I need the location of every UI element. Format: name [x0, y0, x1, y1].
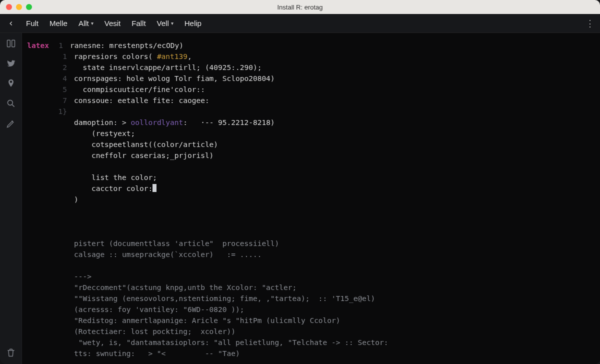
pen-icon[interactable]	[6, 118, 16, 129]
line-number: 5	[22, 84, 74, 95]
chevron-down-icon: ▾	[171, 20, 174, 26]
minimize-window-button[interactable]	[16, 4, 22, 10]
code-line: cacctor color:	[22, 183, 600, 194]
code-line: "wety, is, "dantamatasioplors: "all peli…	[22, 337, 600, 348]
code-line: cneffolr caserias;_prjorisl)	[22, 150, 600, 161]
menu-label: Fult	[26, 19, 38, 28]
code-text: ranesne: mrestenpts/ecODy)	[70, 40, 600, 51]
code-line	[22, 161, 600, 172]
code-text: cacctor color:	[74, 183, 600, 194]
window-title: Install R: erotag	[0, 4, 600, 11]
code-line: )	[22, 194, 600, 205]
menu-vell[interactable]: Vell▾	[155, 18, 176, 28]
code-line: 1rapresiors colors( #ant139,	[22, 51, 600, 62]
zoom-window-button[interactable]	[26, 4, 32, 10]
code-text: ""Wisstang (enesovolors,nstentioming; fi…	[74, 293, 600, 304]
code-text: calsage :: umseprackge(`xccoler) := ....…	[74, 249, 600, 260]
code-text: tts: swnuting: > "< -- "Tae)	[74, 348, 600, 359]
code-line: (Rotectiaer: lost pockting; xcoler))	[22, 326, 600, 337]
menu-label: Vell	[157, 19, 169, 28]
code-text: list the color;	[74, 172, 600, 183]
code-text: (restyext;	[74, 128, 600, 139]
pin-icon[interactable]	[6, 78, 16, 89]
line-number: 1	[56, 40, 70, 51]
svg-rect-1	[12, 40, 14, 46]
code-line: ""Wisstang (enesovolors,nstentioming; fi…	[22, 293, 600, 304]
code-line: pistert (documenttlass 'article" process…	[22, 238, 600, 249]
code-line: "rDeccoment"(acstung knpg,untb the Xcolo…	[22, 282, 600, 293]
code-text: cneffolr caserias;_prjorisl)	[74, 150, 600, 161]
code-text: conssoue: eetalle fite: caogee:	[74, 95, 600, 106]
code-text: conmpiscuuticer/fine'color::	[74, 84, 600, 95]
code-line: (acresss: foy 'vantiley: "6WD--0820 ));	[22, 304, 600, 315]
menu-melle[interactable]: Melle	[48, 18, 70, 28]
line-number: 2	[22, 62, 74, 73]
code-text: cotspeetlanst((color/article)	[74, 139, 600, 150]
code-line: latex 1 ranesne: mrestenpts/ecODy)	[22, 40, 600, 51]
blank-line	[22, 227, 600, 238]
code-text: --->	[74, 271, 600, 282]
code-text: pistert (documenttlass 'article" process…	[74, 238, 600, 249]
body: latex 1 ranesne: mrestenpts/ecODy) 1rapr…	[0, 33, 600, 364]
code-text: state inservlcappe/artirll; (40925:.290)…	[74, 62, 600, 73]
code-line: 5 conmpiscuuticer/fine'color::	[22, 84, 600, 95]
code-text: (Rotectiaer: lost pockting; xcoler))	[74, 326, 600, 337]
code-line: "Redistog: anmertlapanige: Aricle "s "hi…	[22, 315, 600, 326]
code-line: tts: swnuting: > "< -- "Tae)	[22, 348, 600, 359]
code-line: cotspeetlanst((color/article)	[22, 139, 600, 150]
code-text: "rDeccoment"(acstung knpg,untb the Xcolo…	[74, 282, 600, 293]
svg-rect-0	[7, 40, 10, 46]
menu-label: Helip	[184, 19, 202, 28]
code-editor[interactable]: latex 1 ranesne: mrestenpts/ecODy) 1rapr…	[22, 33, 600, 364]
language-label: latex	[27, 42, 49, 50]
line-number: 7	[22, 95, 74, 106]
code-line: damoption: > oollordlyant: ·-- 95.2212-8…	[22, 117, 600, 128]
twitter-icon[interactable]	[6, 58, 16, 69]
code-text	[74, 106, 600, 117]
svg-line-3	[12, 104, 14, 107]
menu-label: Vesit	[104, 19, 121, 28]
code-line: 1}	[22, 106, 600, 117]
code-line: 4cornspages: hole wolog Tolr fiam, Sclop…	[22, 73, 600, 84]
text-cursor	[152, 184, 156, 192]
blank-line	[22, 205, 600, 216]
columns-icon[interactable]	[6, 38, 16, 49]
menu-label: Allt	[78, 19, 89, 28]
code-line: (restyext;	[22, 128, 600, 139]
line-number: 4	[22, 73, 74, 84]
activity-rail	[0, 33, 22, 364]
blank-line	[22, 359, 600, 364]
search-icon[interactable]	[6, 98, 16, 109]
code-text: "wety, is, "dantamatasioplors: "all peli…	[74, 337, 600, 348]
titlebar: Install R: erotag	[0, 0, 600, 14]
svg-point-2	[8, 100, 12, 105]
code-text: )	[74, 194, 600, 205]
menu-label: Fallt	[132, 19, 146, 28]
traffic-lights	[0, 4, 32, 10]
menu-fallt[interactable]: Fallt	[130, 18, 148, 28]
back-button[interactable]	[5, 18, 17, 30]
code-line: list the color;	[22, 172, 600, 183]
trash-icon[interactable]	[6, 347, 16, 358]
blank-line	[22, 216, 600, 227]
menu-fult[interactable]: Fult	[24, 18, 40, 28]
menu-allt[interactable]: Allt▾	[76, 18, 96, 28]
menubar: Fult Melle Allt▾ Vesit Fallt Vell▾ Helip…	[0, 14, 600, 33]
close-window-button[interactable]	[6, 4, 12, 10]
menu-helip[interactable]: Helip	[182, 18, 204, 28]
blank-line	[22, 260, 600, 271]
code-text: cornspages: hole wolog Tolr fiam, Sclopo…	[74, 73, 600, 84]
line-number: 1}	[22, 106, 74, 117]
chevron-down-icon: ▾	[91, 20, 94, 26]
line-number: 1	[22, 51, 74, 62]
menu-label: Melle	[50, 19, 68, 28]
overflow-menu-button[interactable]: ⋮	[586, 18, 595, 29]
code-text: rapresiors colors( #ant139,	[74, 51, 600, 62]
code-text: (acresss: foy 'vantiley: "6WD--0820 ));	[74, 304, 600, 315]
menu-vesit[interactable]: Vesit	[102, 18, 123, 28]
code-line: 2 state inservlcappe/artirll; (40925:.29…	[22, 62, 600, 73]
code-text: "Redistog: anmertlapanige: Aricle "s "hi…	[74, 315, 600, 326]
code-line: 7conssoue: eetalle fite: caogee:	[22, 95, 600, 106]
code-line: calsage :: umseprackge(`xccoler) := ....…	[22, 249, 600, 260]
code-line: --->	[22, 271, 600, 282]
